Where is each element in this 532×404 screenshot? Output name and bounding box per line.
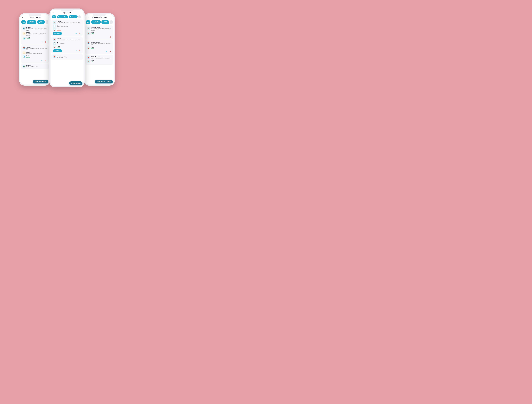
tab-more-right[interactable]: ⋯	[110, 20, 113, 24]
phone-related-courses: ← Related Courses Edit Course Include Wh…	[83, 13, 115, 86]
rcard1-chart-icon: 📊	[87, 32, 90, 35]
add-ans-button-2[interactable]: + Add Ans.	[53, 49, 62, 52]
card1-status-row: 📊 Status Active	[23, 37, 47, 40]
card1-edit-icon[interactable]: ✏	[40, 40, 43, 43]
add-question-button[interactable]: + Add Question	[69, 82, 83, 85]
qpartial-courses-row: 📚 Courses Pro SketchUp - A P...	[53, 55, 81, 58]
card2-edit-icon[interactable]: ✏	[40, 59, 43, 62]
card1-detail-text: Detail Learn how to use SketchUp to crea…	[26, 32, 47, 36]
card1-courses-text: Courses Pro SketchUp - A Practical Cours…	[26, 27, 47, 31]
rcard1-related-row: 📚 Related Courses Internationally Accred…	[87, 27, 111, 31]
rcard3-chart-icon: 📊	[87, 60, 90, 63]
rcard2-chart-icon: 📊	[87, 46, 90, 50]
add-related-courses-button[interactable]: + Add Related Courses	[95, 80, 113, 83]
add-btn-bar-left: + Add What Learns	[20, 79, 50, 84]
tab-what-learn-right[interactable]: What Learn	[101, 20, 109, 24]
back-button-right[interactable]: ←	[86, 16, 88, 19]
qcard1-delete-icon[interactable]: 🗑	[78, 32, 81, 35]
card2-delete-icon[interactable]: 🗑	[44, 59, 47, 62]
tab-what-learn-left[interactable]: What Learn	[37, 20, 45, 24]
tab-what-learn-center[interactable]: What Learn	[69, 15, 77, 18]
card2-actions: ✏ 🗑	[23, 59, 47, 62]
qcard1-q-label: Q:	[57, 25, 68, 26]
card1-book-icon: 📚	[23, 27, 26, 30]
card1-status-label: Status	[26, 37, 30, 38]
rcard1-edit-icon[interactable]: ✏	[105, 36, 108, 38]
qcard2-status-text: Status Active	[57, 45, 60, 48]
card1-delete-icon[interactable]: 🗑	[44, 40, 47, 43]
card2-book-icon: 📚	[23, 46, 26, 50]
qcard1-courses-label: Courses	[57, 21, 80, 22]
question-card-1: 📚 Courses Pro SketchUp - A Practical Cou…	[51, 19, 83, 36]
partial-book-icon: 📚	[23, 65, 26, 68]
add-ans-button-1[interactable]: + Add Ans.	[53, 32, 62, 35]
tab-bar-right: Edit Course Include What Learn ⋯	[85, 19, 114, 25]
qcard1-edit-icon[interactable]: ✏	[75, 32, 77, 35]
tab-edit-left[interactable]: Edit	[21, 20, 26, 24]
tab-edit-right[interactable]: Edit	[86, 20, 90, 24]
title-question: Question	[55, 12, 80, 14]
tab-more-left[interactable]: ⋯	[45, 20, 48, 24]
screen-related-courses: ← Related Courses Edit Course Include Wh…	[85, 14, 114, 84]
card1-warning-icon: ⚠	[23, 32, 26, 35]
tab-more-center[interactable]: ⋯	[78, 15, 81, 18]
add-btn-bar-right: + Add Related Courses	[85, 79, 114, 84]
tab-course-include-center[interactable]: Course Include	[57, 15, 68, 18]
tab-course-include-right[interactable]: Course Include	[91, 20, 101, 24]
rcard3-status-value: Active	[91, 61, 94, 63]
question-partial-card: 📚 Courses Pro SketchUp - A P...	[51, 54, 83, 59]
tab-edit-center[interactable]: Edit	[51, 15, 56, 18]
qcard2-q-value: this is Questions	[57, 43, 64, 44]
rcard2-related-text: Related Courses Pro SketchUp - A Practic…	[91, 41, 111, 46]
qpartial-book-icon: 📚	[53, 55, 56, 58]
qcard1-q-value: What is Flutter describe	[57, 26, 68, 27]
rcard2-delete-icon[interactable]: 🗑	[109, 50, 111, 53]
card2-status-value: Active	[26, 57, 30, 58]
screen-what-learns: ← What Learns Edit Course Include What L…	[20, 14, 50, 84]
rcard3-related-text: Related Courses Music Production with Mi…	[91, 56, 110, 59]
card1-status-value: Active	[26, 38, 30, 39]
qcard1-book-icon: 📚	[53, 21, 56, 24]
card1-status-text: Status Active	[26, 37, 30, 39]
card2-status-row: 📊 Status Active	[23, 55, 47, 58]
rcard2-edit-icon[interactable]: ✏	[105, 50, 108, 53]
rcard1-status-value: Active	[91, 33, 94, 34]
qcard1-courses-row: 📚 Courses Pro SketchUp - A Practical Cou…	[53, 21, 81, 24]
rcard2-related-label: Related Courses	[91, 41, 111, 43]
add-what-learns-button[interactable]: + Add What Learns	[33, 80, 48, 83]
phone-notch-right	[93, 13, 106, 16]
tab-bar-left: Edit Course Include What Learn ⋯	[20, 19, 50, 25]
rcard1-delete-icon[interactable]: 🗑	[109, 36, 111, 38]
rcard2-related-row: 📚 Related Courses Pro SketchUp - A Pract…	[87, 41, 111, 46]
qcard2-delete-icon[interactable]: 🗑	[78, 49, 81, 52]
card2-status-text: Status Active	[26, 55, 30, 58]
qcard1-courses-text: Courses Pro SketchUp - A Practical Cours…	[57, 21, 80, 24]
question-card-2: 📚 Courses Pro SketchUp - A Practical Cou…	[51, 37, 83, 53]
rcard1-status-text: Status Active	[91, 32, 94, 34]
card2-warning-icon: ⚠	[23, 51, 26, 54]
tab-course-include-left[interactable]: Course Include	[27, 20, 36, 24]
card1-chart-icon: 📊	[23, 37, 26, 40]
qcard2-status-row: 📊 Status Active	[53, 45, 81, 49]
qpartial-courses-text: Courses Pro SketchUp - A P...	[57, 55, 67, 58]
back-button-center[interactable]: ←	[52, 12, 54, 14]
rcard1-related-value: Internationally Accredited Diploma in Yo…	[91, 28, 111, 31]
qcard1-chat-icon: 💬	[53, 25, 56, 28]
phone-notch-center	[61, 8, 73, 12]
card1-detail-label: Detail	[26, 32, 47, 33]
card2-detail-text: Detail Beginners to Intermediate Users	[26, 51, 42, 54]
qcard2-edit-icon[interactable]: ✏	[75, 49, 77, 52]
content-question: 📚 Courses Pro SketchUp - A Practical Cou…	[51, 19, 83, 80]
card2-courses-row: 📚 Courses Pro SketchUp - A Practical Cou…	[23, 46, 47, 51]
back-button-left[interactable]: ←	[22, 16, 24, 19]
title-what-learns: What Learns	[25, 16, 46, 19]
content-related-courses: 📚 Related Courses Internationally Accred…	[85, 25, 114, 79]
partial-courses-label: Courses	[26, 65, 38, 66]
card2-courses-text: Courses Pro SketchUp - A Practical Cours…	[26, 46, 47, 51]
card1-detail-row: ⚠ Detail Learn how to use SketchUp to cr…	[23, 32, 47, 36]
qcard2-q-text: Q: this is Questions	[57, 42, 64, 44]
qcard2-courses-row: 📚 Courses Pro SketchUp - A Practical Cou…	[53, 38, 81, 41]
qcard1-status-value: Inactive	[57, 30, 61, 31]
qcard2-q-row: 💬 Q: this is Questions	[53, 42, 81, 45]
partial-courses-text: Courses Pro Ske... & Infinite Skills	[26, 65, 38, 68]
